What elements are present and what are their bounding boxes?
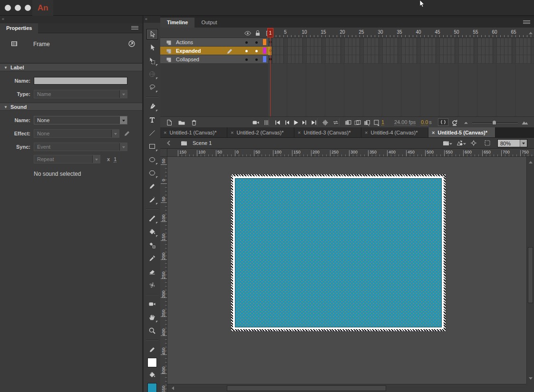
edit-scene-button[interactable] xyxy=(442,139,450,147)
document-tab[interactable]: ×Untitled-1 (Canvas)* xyxy=(160,127,227,137)
external-link-icon[interactable] xyxy=(128,40,136,48)
collapse-chevron-icon[interactable]: « xyxy=(145,17,147,21)
zoom-tool[interactable] xyxy=(146,325,158,336)
edit-multiple-frames-button[interactable] xyxy=(363,118,371,126)
selection-tool[interactable] xyxy=(146,29,158,39)
close-tab-icon[interactable]: × xyxy=(298,130,301,135)
scroll-left-icon[interactable] xyxy=(170,386,174,390)
frame-span-toggle-button[interactable] xyxy=(438,118,448,126)
back-arrow-icon[interactable] xyxy=(165,139,173,147)
scene-name[interactable]: Scene 1 xyxy=(193,140,212,146)
layer-name-cell[interactable]: Actions xyxy=(160,38,268,46)
layer-lock-dot[interactable] xyxy=(255,58,258,61)
layer-row[interactable]: Actions xyxy=(160,38,534,47)
stage[interactable] xyxy=(233,176,444,329)
layer-row[interactable]: Collapsed xyxy=(160,55,534,64)
timeline-zoom-out-icon[interactable] xyxy=(462,118,470,126)
fill-color-indicator[interactable] xyxy=(146,370,158,380)
stage-zoom-select[interactable]: 80% xyxy=(497,139,527,147)
lock-unlock-all-layers-icon[interactable] xyxy=(254,29,262,37)
add-camera-button[interactable] xyxy=(252,118,260,126)
layer-visibility-dot[interactable] xyxy=(245,41,248,44)
close-tab-icon[interactable]: × xyxy=(231,130,233,135)
elapsed-time-value[interactable]: 0.0s xyxy=(421,119,432,125)
window-close-button[interactable] xyxy=(5,5,11,11)
frame-rate-value[interactable]: 24.00 fps xyxy=(394,119,416,125)
scroll-up-icon[interactable] xyxy=(529,159,533,163)
edit-sound-envelope-icon[interactable] xyxy=(123,130,131,137)
layer-lock-dot[interactable] xyxy=(255,41,258,44)
new-folder-button[interactable] xyxy=(177,118,186,126)
step-back-button[interactable] xyxy=(282,118,291,126)
asset-warp-tool[interactable] xyxy=(146,280,158,290)
step-forward-button[interactable] xyxy=(301,118,309,126)
layer-row[interactable]: Expanded xyxy=(160,47,534,55)
document-tab[interactable]: ×Untitled-4 (Canvas)* xyxy=(361,127,428,137)
gradient-transform-tool[interactable] xyxy=(146,69,158,79)
playhead[interactable]: 1 xyxy=(267,28,273,38)
layer-frames-track[interactable] xyxy=(268,55,534,63)
eyedropper-tool[interactable] xyxy=(146,253,158,264)
reset-timeline-zoom-button[interactable] xyxy=(450,118,459,126)
line-tool[interactable] xyxy=(146,128,158,138)
timeline-frame-ruler[interactable]: 1 5101520253035404550556065 xyxy=(160,28,534,38)
document-tab[interactable]: ×Untitled-5 (Canvas)* xyxy=(428,127,495,137)
subselection-tool[interactable] xyxy=(146,42,158,53)
layer-outline-color-swatch[interactable] xyxy=(263,56,266,62)
pencil-tool[interactable] xyxy=(146,181,158,191)
sound-name-dropdown[interactable]: None xyxy=(34,116,127,124)
go-to-first-frame-button[interactable] xyxy=(273,118,282,126)
vertical-scroll-thumb[interactable] xyxy=(528,247,533,303)
paint-bucket-tool[interactable] xyxy=(146,227,158,237)
window-zoom-button[interactable] xyxy=(25,5,31,11)
selected-rectangle-shape[interactable] xyxy=(235,178,442,327)
playhead-line[interactable] xyxy=(270,28,271,116)
horizontal-scrollbar[interactable] xyxy=(167,384,534,392)
ink-bottle-tool[interactable] xyxy=(146,240,158,250)
layer-frames-track[interactable] xyxy=(268,38,534,46)
stroke-color-swatch[interactable] xyxy=(147,358,157,367)
camera-tool[interactable] xyxy=(146,299,158,309)
timeline-zoom-slider-thumb[interactable] xyxy=(492,120,496,125)
chevron-down-icon[interactable] xyxy=(520,140,527,147)
section-header-label[interactable]: ▼Label xyxy=(0,63,142,71)
document-tab[interactable]: ×Untitled-3 (Canvas)* xyxy=(294,127,361,137)
label-name-input[interactable] xyxy=(34,77,127,85)
document-tab[interactable]: ×Untitled-2 (Canvas)* xyxy=(227,127,294,137)
oval-tool[interactable] xyxy=(146,154,158,165)
text-tool[interactable] xyxy=(146,115,158,125)
new-layer-button[interactable] xyxy=(165,118,174,126)
label-type-dropdown[interactable]: Name xyxy=(34,90,127,98)
close-tab-icon[interactable]: × xyxy=(365,130,368,135)
eraser-tool[interactable] xyxy=(146,267,158,277)
layer-outline-color-swatch[interactable] xyxy=(263,39,266,45)
tab-output[interactable]: Output xyxy=(194,18,223,28)
horizontal-scroll-thumb[interactable] xyxy=(227,385,386,391)
pasteboard[interactable] xyxy=(167,157,526,384)
stroke-color-indicator[interactable] xyxy=(146,344,158,355)
timeline-scroll-up-icon[interactable] xyxy=(529,30,533,34)
polystar-tool[interactable] xyxy=(146,168,158,178)
clip-content-button[interactable] xyxy=(484,139,491,147)
delete-layer-button[interactable] xyxy=(190,118,198,126)
timeline-zoom-slider[interactable] xyxy=(472,122,518,124)
layer-lock-dot[interactable] xyxy=(255,50,258,52)
modify-markers-button[interactable] xyxy=(372,118,381,126)
center-frame-button[interactable] xyxy=(321,118,330,126)
layer-visibility-dot[interactable] xyxy=(245,50,248,52)
layer-visibility-dot[interactable] xyxy=(245,58,248,61)
sound-sync-dropdown[interactable]: Event xyxy=(34,143,127,151)
pen-tool[interactable] xyxy=(146,101,158,112)
tab-properties[interactable]: Properties xyxy=(0,23,38,33)
hand-tool[interactable] xyxy=(146,312,158,323)
vertical-scrollbar[interactable] xyxy=(526,157,534,384)
current-frame-value[interactable]: 1 xyxy=(381,119,384,125)
tab-timeline[interactable]: Timeline xyxy=(160,18,194,28)
layer-name-cell[interactable]: Collapsed xyxy=(160,55,268,63)
show-hide-all-layers-icon[interactable] xyxy=(244,29,252,37)
panel-menu-icon[interactable] xyxy=(131,26,138,30)
free-transform-tool[interactable] xyxy=(146,56,158,66)
scroll-down-icon[interactable] xyxy=(529,377,533,382)
center-stage-button[interactable] xyxy=(470,139,477,147)
onion-skin-outlines-button[interactable] xyxy=(353,118,362,126)
